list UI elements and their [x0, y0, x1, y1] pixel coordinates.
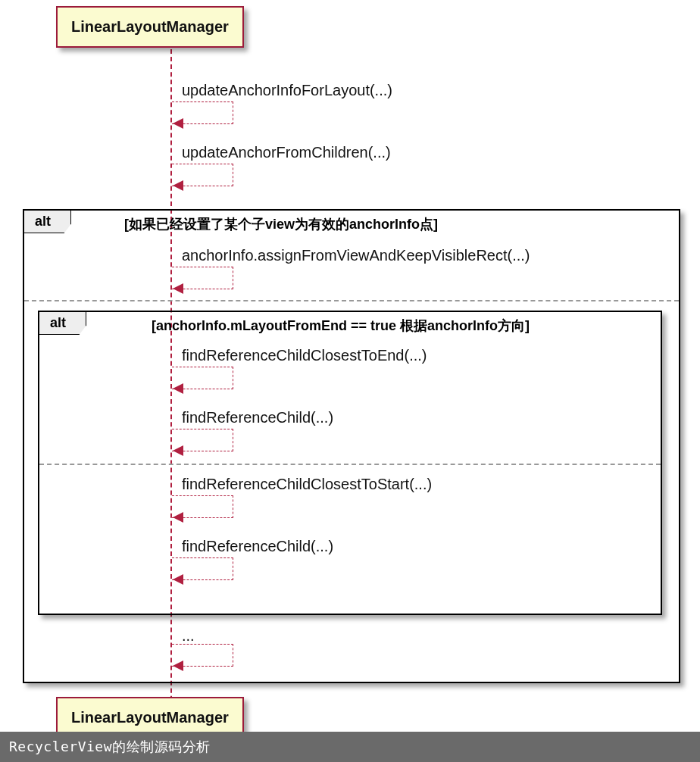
message-label: findReferenceChildClosestToStart(...) [182, 476, 432, 493]
return-arrow-icon [173, 383, 183, 394]
participant-label: LinearLayoutManager [71, 709, 229, 726]
message-label: updateAnchorInfoForLayout(...) [182, 82, 392, 99]
return-arrow-icon [173, 180, 183, 191]
fragment-label: alt [39, 311, 86, 335]
sequence-diagram: LinearLayoutManager updateAnchorInfoForL… [0, 0, 700, 762]
fragment-guard: [如果已经设置了某个子view为有效的anchorInfo点] [124, 215, 438, 233]
fragment-separator [24, 300, 679, 301]
message-label: ... [182, 627, 195, 645]
message-label: updateAnchorFromChildren(...) [182, 144, 391, 161]
return-arrow-icon [173, 445, 183, 456]
return-arrow-icon [173, 512, 183, 523]
message-label: findReferenceChild(...) [182, 538, 333, 555]
participant-label: LinearLayoutManager [71, 18, 229, 35]
fragment-label: alt [23, 210, 71, 233]
participant-top: LinearLayoutManager [56, 6, 244, 48]
return-arrow-icon [173, 661, 183, 671]
return-arrow-icon [173, 283, 183, 294]
return-arrow-icon [173, 574, 183, 585]
message-label: anchorInfo.assignFromViewAndKeepVisibleR… [182, 247, 530, 264]
caption-text: RecyclerView的绘制源码分析 [9, 738, 211, 756]
fragment-separator [39, 464, 661, 465]
return-arrow-icon [173, 118, 183, 129]
message-label: findReferenceChildClosestToEnd(...) [182, 347, 427, 364]
caption-bar: RecyclerView的绘制源码分析 [0, 732, 700, 762]
message-label: findReferenceChild(...) [182, 409, 333, 426]
fragment-guard: [anchorInfo.mLayoutFromEnd == true 根据anc… [152, 317, 530, 335]
